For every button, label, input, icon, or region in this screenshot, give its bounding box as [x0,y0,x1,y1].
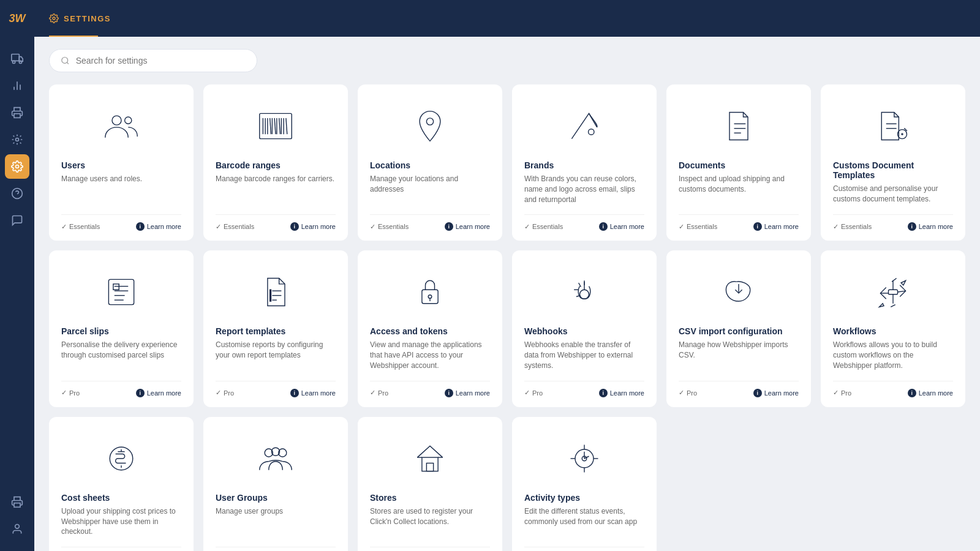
card-footer: ✓ Pro i Learn more [61,547,181,551]
card-title: Access and tokens [370,326,490,336]
card-webhooks[interactable]: Webhooks Webhooks enable the transfer of… [512,250,657,407]
learn-more-link[interactable]: i Learn more [753,222,799,231]
learn-more-link[interactable]: i Learn more [599,389,644,397]
learn-more-link[interactable]: i Learn more [908,389,953,397]
svg-line-15 [67,62,69,64]
info-icon: i [753,389,762,397]
svg-rect-64 [426,463,433,471]
card-badge: ✓ Pro [833,389,851,397]
card-icon-cost-sheets [61,434,181,483]
learn-more-link[interactable]: i Learn more [908,222,953,231]
sidebar-item-integrations[interactable] [5,127,29,152]
card-icon-stores [370,434,490,483]
card-locations[interactable]: Locations Manage your locations and addr… [358,84,502,241]
topbar-label: SETTINGS [64,14,111,23]
card-access-tokens[interactable]: Access and tokens View and manage the ap… [358,250,502,407]
svg-rect-40 [108,280,134,305]
card-desc: Workflows allows you to to build custom … [833,340,953,370]
card-footer: ✓ Pro i Learn more [216,381,336,397]
card-badge: ✓ Essentials [679,223,717,231]
info-icon: i [599,222,608,231]
card-parcel-slips[interactable]: Parcel slips Personalise the delivery ex… [49,250,194,407]
card-badge: ✓ Pro [524,389,543,397]
card-title: Users [61,160,181,170]
card-title: Barcode ranges [216,160,336,170]
card-brands[interactable]: Brands With Brands you can reuse colors,… [512,84,657,241]
card-report-templates[interactable]: Report templates Customise reports by co… [203,250,348,407]
learn-more-link[interactable]: i Learn more [599,222,644,231]
card-icon-users [61,102,181,151]
card-title: Stores [370,493,490,503]
info-icon: i [136,389,145,397]
card-badge: ✓ Essentials [524,223,563,231]
learn-more-link[interactable]: i Learn more [445,389,490,397]
gear-icon-topbar [49,13,59,23]
sidebar-item-help[interactable] [5,181,29,206]
card-desc: View and manage the applications that ha… [370,340,490,370]
card-desc: Edit the different status events, common… [524,506,644,537]
card-title: Cost sheets [61,493,181,503]
card-barcode-ranges[interactable]: Barcode ranges Manage barcode ranges for… [203,84,348,241]
sidebar-item-user[interactable] [5,517,29,541]
card-workflows[interactable]: Workflows Workflows allows you to to bui… [821,250,965,407]
svg-point-12 [15,525,20,529]
sidebar-icons [5,37,29,490]
card-footer: ✓ Pro i Learn more [370,547,490,551]
card-user-groups[interactable]: User Groups Manage user groups ✓ Pro i L… [203,417,348,551]
info-icon: i [445,222,453,231]
card-badge: ✓ Essentials [216,223,254,231]
learn-more-link[interactable]: i Learn more [290,222,336,231]
card-badge: ✓ Pro [679,389,697,397]
card-title: Locations [370,160,490,170]
info-icon: i [908,389,916,397]
card-title: Report templates [216,326,336,336]
card-footer: ✓ Pro i Learn more [524,381,644,397]
info-icon: i [136,222,145,231]
svg-point-17 [125,117,132,124]
card-icon-access-tokens [370,268,490,317]
learn-more-link[interactable]: i Learn more [136,389,181,397]
learn-more-link[interactable]: i Learn more [290,389,336,397]
card-csv-import[interactable]: CSV import configuration Manage how Webs… [666,250,811,407]
svg-marker-57 [880,304,884,307]
sidebar-item-truck[interactable] [5,47,29,71]
svg-point-1 [13,61,15,63]
info-icon: i [599,389,608,397]
card-badge: ✓ Pro [370,389,388,397]
card-title: Webhooks [524,326,644,336]
sidebar-item-print[interactable] [5,100,29,125]
card-activity-types[interactable]: Activity types Edit the different status… [512,417,657,551]
card-badge: ✓ Essentials [370,223,409,231]
card-footer: ✓ Essentials i Learn more [61,214,181,231]
card-title: Workflows [833,326,953,336]
card-stores[interactable]: Stores Stores are used to register your … [358,417,502,551]
learn-more-link[interactable]: i Learn more [136,222,181,231]
svg-rect-49 [422,290,438,304]
card-footer: ✓ Pro i Learn more [61,381,181,397]
sidebar-item-print-bottom[interactable] [5,490,29,514]
svg-point-31 [589,129,594,135]
learn-more-link[interactable]: i Learn more [753,389,799,397]
svg-rect-44 [113,284,119,290]
card-desc: Webhooks enable the transfer of data fro… [524,340,644,370]
learn-more-link[interactable]: i Learn more [445,222,490,231]
card-desc: Stores are used to register your Click'n… [370,506,490,537]
card-cost-sheets[interactable]: Cost sheets Upload your shipping cost pr… [49,417,194,551]
sidebar-item-chat[interactable] [5,208,29,233]
card-desc: Manage user groups [216,506,336,537]
sidebar-item-settings[interactable] [5,154,29,179]
search-input[interactable] [76,56,246,66]
svg-point-13 [53,17,55,20]
svg-point-8 [16,165,19,168]
card-icon-barcode [216,102,336,151]
card-icon-report-templates [216,268,336,317]
card-customs-doc-templates[interactable]: Customs Document Templates Customise and… [821,84,965,241]
card-users[interactable]: Users Manage users and roles. ✓ Essentia… [49,84,194,241]
card-title: Documents [679,160,799,170]
svg-point-16 [112,116,121,125]
svg-rect-55 [889,290,898,295]
sidebar-item-chart[interactable] [5,73,29,98]
card-documents[interactable]: Documents Inspect and upload shipping an… [666,84,811,241]
svg-point-2 [19,61,21,63]
svg-line-26 [279,118,281,134]
